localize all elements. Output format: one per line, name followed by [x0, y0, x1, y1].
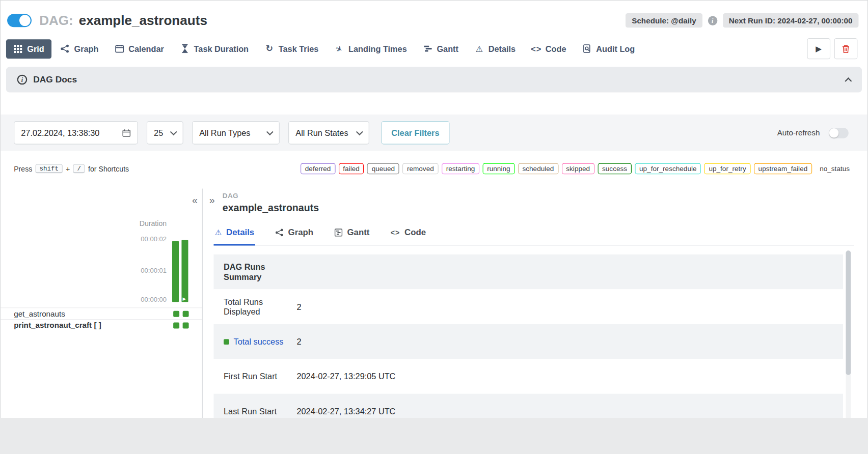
- success-state-square: [224, 339, 229, 345]
- delete-dag-button[interactable]: [834, 38, 858, 59]
- dag-header: DAG: example_astronauts Schedule: @daily…: [1, 1, 867, 37]
- shortcuts-hint: Press shift + / for Shortcuts: [14, 164, 129, 173]
- task-instance-group: [173, 322, 188, 328]
- grid-icon: [13, 44, 22, 53]
- tab-task-tries[interactable]: ↻ Task Tries: [257, 39, 326, 59]
- summary-row-first-run-start: First Run Start 2024-02-27, 13:29:05 UTC: [213, 359, 843, 393]
- legend-up-for-retry[interactable]: up_for_retry: [704, 163, 751, 175]
- summary-header-row: DAG Runs Summary: [213, 254, 843, 289]
- header-badges: Schedule: @daily i Next Run ID: 2024-02-…: [626, 13, 858, 27]
- details-header: DAG example_astronauts: [223, 192, 867, 214]
- next-run-badge: Next Run ID: 2024-02-27, 00:00:00: [723, 13, 859, 27]
- dag-name: example_astronauts: [79, 13, 207, 28]
- summary-header-label: DAG Runs Summary: [224, 262, 296, 281]
- duration-bar-run1[interactable]: [172, 241, 179, 302]
- legend-skipped[interactable]: skipped: [562, 163, 594, 175]
- duration-bar-run2[interactable]: ▶: [181, 240, 188, 302]
- tab-landing-times[interactable]: ✈ Landing Times: [328, 39, 414, 59]
- task-name-print-astronaut-craft[interactable]: print_astronaut_craft [ ]: [14, 321, 101, 329]
- summary-row-label: First Run Start: [224, 372, 296, 381]
- dag-actions: ▶: [807, 38, 857, 59]
- task-row: print_astronaut_craft [ ]: [1, 319, 202, 331]
- subtab-graph[interactable]: Graph: [274, 223, 314, 246]
- gantt-icon: [423, 44, 432, 53]
- legend-no-status[interactable]: no_status: [815, 163, 854, 175]
- docs-info-icon: i: [17, 75, 28, 85]
- tab-code[interactable]: <> Code: [525, 39, 574, 59]
- auto-refresh-label: Auto-refresh: [777, 128, 820, 137]
- task-instance-square[interactable]: [183, 322, 189, 328]
- tab-label: Calendar: [128, 44, 164, 53]
- run-types-select[interactable]: All Run Types: [192, 121, 280, 145]
- warning-triangle-icon: ⚠: [474, 44, 483, 53]
- summary-row-total-runs: Total Runs Displayed 2: [213, 289, 843, 324]
- legend-queued[interactable]: queued: [367, 163, 399, 175]
- legend-success[interactable]: success: [598, 163, 631, 175]
- run-states-select[interactable]: All Run States: [288, 121, 369, 145]
- tab-graph[interactable]: Graph: [53, 39, 105, 59]
- dag-docs-panel[interactable]: i DAG Docs: [6, 67, 862, 92]
- subtab-gantt[interactable]: Gantt: [333, 223, 370, 246]
- audit-log-icon: [582, 44, 591, 53]
- page-title: DAG: example_astronauts: [39, 13, 207, 28]
- task-name-get-astronauts[interactable]: get_astronauts: [14, 309, 65, 318]
- legend-failed[interactable]: failed: [339, 163, 364, 175]
- summary-row-value: 2: [296, 337, 301, 346]
- chevron-down-icon: [170, 128, 177, 135]
- chevron-up-icon[interactable]: [845, 77, 852, 84]
- calendar-icon: [115, 44, 124, 53]
- chevron-down-icon: [266, 128, 274, 135]
- dag-docs-label: DAG Docs: [33, 75, 77, 85]
- play-icon: ▶: [816, 44, 822, 53]
- page-size-value: 25: [154, 128, 163, 137]
- legend-upstream-failed[interactable]: upstream_failed: [754, 163, 812, 175]
- tab-label: Audit Log: [596, 44, 635, 53]
- main-split: « Duration 00:00:02 00:00:01 00:00:00 ▶ …: [1, 189, 867, 418]
- graph-icon: [60, 44, 69, 53]
- legend-restarting[interactable]: restarting: [442, 163, 479, 175]
- status-legend: deferred failed queued removed restartin…: [301, 163, 854, 175]
- tab-calendar[interactable]: Calendar: [107, 39, 171, 59]
- legend-deferred[interactable]: deferred: [301, 163, 335, 175]
- scrollbar-thumb[interactable]: [846, 250, 851, 375]
- summary-row-value: 2024-02-27, 13:29:05 UTC: [296, 372, 395, 381]
- tab-task-duration[interactable]: Task Duration: [173, 39, 256, 59]
- details-dag-title: example_astronauts: [223, 203, 867, 214]
- clear-filters-button[interactable]: Clear Filters: [382, 121, 449, 145]
- legend-up-for-reschedule[interactable]: up_for_reschedule: [635, 163, 701, 175]
- y-tick: 00:00:00: [141, 296, 167, 303]
- task-instance-square[interactable]: [173, 310, 179, 317]
- tab-gantt[interactable]: Gantt: [416, 39, 466, 59]
- trash-icon: [842, 44, 850, 53]
- legend-removed[interactable]: removed: [402, 163, 438, 175]
- warning-triangle-icon: ⚠: [215, 229, 222, 236]
- subtab-label: Code: [404, 228, 426, 238]
- task-instance-square[interactable]: [183, 310, 189, 317]
- tab-label: Gantt: [437, 44, 458, 53]
- trigger-dag-button[interactable]: ▶: [807, 38, 830, 59]
- auto-refresh-toggle[interactable]: [829, 127, 849, 138]
- dag-pause-toggle[interactable]: [7, 14, 32, 27]
- tab-details[interactable]: ⚠ Details: [467, 39, 523, 59]
- expand-right-icon[interactable]: »: [209, 195, 215, 206]
- page-size-select[interactable]: 25: [147, 121, 183, 145]
- tab-label: Landing Times: [348, 44, 407, 53]
- schedule-info-icon[interactable]: i: [708, 16, 717, 25]
- hourglass-icon: [180, 44, 189, 53]
- y-tick: 00:00:02: [141, 235, 167, 243]
- subtab-details[interactable]: ⚠ Details: [213, 223, 255, 246]
- subtab-label: Gantt: [347, 228, 369, 238]
- tab-audit-log[interactable]: Audit Log: [575, 39, 642, 59]
- total-success-link[interactable]: Total success: [234, 337, 284, 347]
- base-date-input[interactable]: 27.02.2024, 13:38:30: [14, 121, 138, 145]
- task-instance-square[interactable]: [173, 322, 179, 328]
- tab-grid[interactable]: Grid: [6, 39, 51, 59]
- duration-axis-label: Duration: [140, 219, 167, 228]
- legend-scheduled[interactable]: scheduled: [518, 163, 558, 175]
- details-scrollbar[interactable]: [846, 250, 851, 418]
- date-picker-icon[interactable]: [122, 129, 130, 137]
- legend-running[interactable]: running: [483, 163, 515, 175]
- tab-label: Code: [546, 44, 566, 53]
- run-states-value: All Run States: [295, 128, 348, 137]
- subtab-code[interactable]: <> Code: [390, 223, 427, 246]
